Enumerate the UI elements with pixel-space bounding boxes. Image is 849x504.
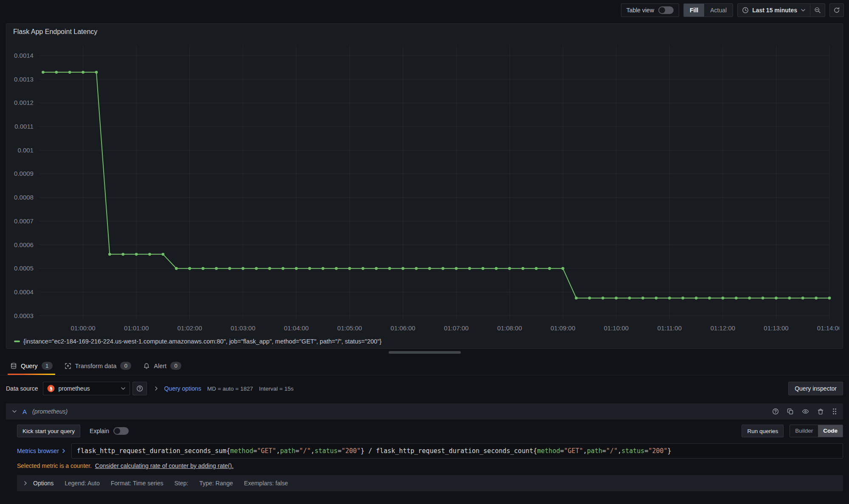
query-row-header[interactable]: A (prometheus) [6,403,843,420]
chevron-right-icon[interactable] [155,386,158,391]
query-row-actions [772,408,837,415]
svg-text:0.001: 0.001 [17,146,33,154]
expression-row: Metrics browser flask_http_request_durat… [17,443,843,459]
explain-label: Explain [90,428,109,434]
prometheus-icon [47,385,55,392]
promql-token-string: "GET" [564,447,583,455]
trash-icon[interactable] [817,408,824,415]
promql-token-string: "/" [606,447,618,455]
tab-transform-data[interactable]: Transform data 0 [59,357,138,375]
promql-token-op: = [560,447,564,455]
zoom-out-button[interactable] [810,4,825,17]
promql-token-brace: } [361,447,364,455]
datasource-label: Data source [6,385,38,392]
svg-text:01:08:00: 01:08:00 [497,324,522,332]
query-inspector-button[interactable]: Query inspector [788,382,843,395]
kick-start-button[interactable]: Kick start your query [17,425,80,437]
svg-text:0.0007: 0.0007 [14,217,34,225]
fill-actual-group: Fill Actual [683,3,733,17]
tab-alert[interactable]: Alert 0 [137,357,187,375]
svg-text:01:11:00: 01:11:00 [657,324,682,332]
drag-handle-icon[interactable] [832,408,837,415]
promql-token-label: path [587,447,602,455]
svg-text:0.0011: 0.0011 [14,123,34,130]
series-label[interactable]: {instance="ec2-184-169-216-224.us-west-1… [23,338,381,345]
promql-token-op: , [618,447,621,455]
panel-title: Flask App Endpoint Latency [6,24,843,36]
tab-query[interactable]: Query 1 [4,357,59,375]
query-options-link[interactable]: Query options [164,385,201,392]
promql-token-op: , [583,447,587,455]
query-editor-section: Data source prometheus Query option [0,375,849,504]
chart-legend: {instance="ec2-184-169-216-224.us-west-1… [14,338,381,345]
promql-token-brace: { [533,447,537,455]
options-summary: Legend: AutoFormat: Time seriesStep:Type… [65,480,288,487]
transform-icon [65,363,71,369]
interval-info: Interval = 15s [259,386,293,392]
chevron-right-icon [62,448,65,453]
eye-icon[interactable] [802,408,809,415]
builder-button[interactable]: Builder [790,425,818,437]
svg-text:01:09:00: 01:09:00 [550,324,575,332]
metrics-browser-label: Metrics browser [17,448,59,454]
option-item: Format: Time series [111,480,164,487]
promql-token-metric: flask_http_request_duration_seconds_sum [77,447,226,455]
query-options-row: Options Legend: AutoFormat: Time seriesS… [17,475,843,491]
promql-token-string: "200" [648,447,667,455]
tab-transform-count: 0 [120,362,131,370]
warning-text: Selected metric is a counter. [17,462,92,469]
datasource-picker[interactable]: prometheus [43,382,130,395]
metrics-browser-toggle[interactable]: Metrics browser [17,443,71,459]
svg-text:0.0012: 0.0012 [14,99,34,106]
time-range-picker[interactable]: Last 15 minutes [738,4,810,17]
datasource-name: prometheus [58,385,117,392]
actual-button[interactable]: Actual [704,4,733,17]
table-view-toggle[interactable] [658,6,674,14]
option-item: Exemplars: false [244,480,288,487]
svg-text:0.0013: 0.0013 [14,76,34,83]
chevron-right-icon[interactable] [24,481,27,486]
chevron-down-icon [121,387,126,390]
svg-text:01:14:00: 01:14:00 [817,324,839,332]
latency-chart[interactable]: 01:00:0001:01:0001:02:0001:03:0001:04:00… [10,38,839,335]
tab-alert-count: 0 [170,362,181,370]
svg-text:0.0005: 0.0005 [14,265,34,272]
svg-text:01:05:00: 01:05:00 [337,324,362,332]
tab-transform-label: Transform data [75,363,117,369]
warning-rate-link[interactable]: Consider calculating rate of counter by … [95,462,234,469]
tab-query-count: 1 [42,362,53,370]
query-body: Kick start your query Explain Run querie… [6,420,843,491]
run-queries-button[interactable]: Run queries [742,425,784,437]
duplicate-icon[interactable] [787,408,794,415]
promql-expression-input[interactable]: flask_http_request_duration_seconds_sum{… [71,443,843,459]
tab-alert-label: Alert [154,363,166,369]
clock-icon [742,7,749,14]
svg-text:0.0014: 0.0014 [14,52,34,59]
top-toolbar: Table view Fill Actual Last 15 minutes [0,0,849,20]
help-circle-icon[interactable] [772,408,779,415]
query-datasource-hint: (prometheus) [32,408,68,415]
promql-token-string: "GET" [257,447,276,455]
promql-token-op: = [338,447,341,455]
table-view-label: Table view [626,7,654,14]
timeseries-panel: Flask App Endpoint Latency 01:00:0001:01… [6,23,843,349]
svg-text:0.0004: 0.0004 [14,288,34,296]
option-item: Type: Range [199,480,233,487]
promql-token-op: = [296,447,299,455]
explain-toggle[interactable] [113,427,129,435]
code-button[interactable]: Code [818,425,843,437]
options-label[interactable]: Options [33,480,54,487]
refresh-button[interactable] [829,3,844,17]
refresh-icon [833,7,840,14]
time-range-label: Last 15 minutes [752,7,797,14]
query-toolbar-row: Kick start your query Explain Run querie… [17,425,843,437]
panel-editor-splitter[interactable] [389,351,461,354]
promql-token-op: = [602,447,606,455]
svg-text:01:13:00: 01:13:00 [764,324,788,332]
datasource-row: Data source prometheus Query option [6,381,843,396]
datasource-help-button[interactable] [133,382,147,395]
zoom-out-icon [814,7,821,14]
svg-text:01:00:00: 01:00:00 [71,324,95,332]
fill-button[interactable]: Fill [684,4,704,17]
collapse-chevron-icon[interactable] [12,410,17,413]
